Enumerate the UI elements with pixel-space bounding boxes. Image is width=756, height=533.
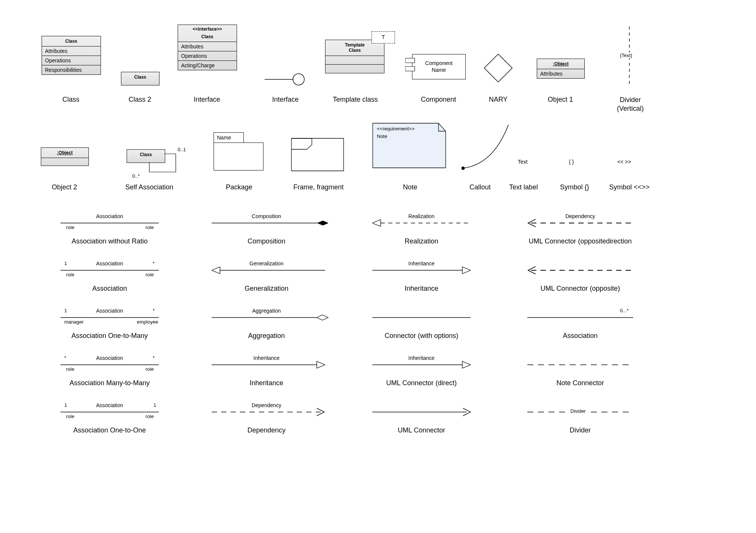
r-3r: role — [146, 366, 154, 372]
interface-stereo: <<interface>> — [178, 25, 237, 32]
conn-dir-lbl: Inheritance — [372, 355, 471, 361]
object2-shape[interactable]: :Object — [41, 147, 89, 166]
r-2r: employee — [137, 319, 158, 325]
note-body: Note — [377, 133, 387, 139]
m-2r: * — [153, 308, 155, 313]
caption-interface: Interface — [178, 96, 236, 104]
caption-conn-direct: UML Connector (direct) — [363, 379, 480, 387]
m-3l: * — [64, 355, 66, 361]
conn-uml[interactable] — [372, 406, 471, 418]
caption-one-many: Association One-to-Many — [53, 332, 166, 340]
r-2l: manager — [64, 319, 84, 325]
conn-opp-dir-lbl: Dependency — [527, 213, 633, 219]
caption-note-conn: Note Connector — [527, 379, 633, 387]
interface-acting: Acting/Charge — [178, 61, 237, 70]
svg-marker-23 — [317, 315, 328, 320]
conn-inh-d-lbl: Inheritance — [212, 355, 321, 361]
caption-inheritance: Inheritance — [369, 285, 474, 293]
caption-textlabel: Text label — [505, 183, 542, 191]
r-4r: role — [146, 414, 154, 419]
nary-shape[interactable] — [483, 53, 513, 83]
caption-nary: NARY — [479, 96, 517, 104]
svg-point-8 — [462, 167, 465, 170]
class-operations: Operations — [42, 56, 101, 65]
caption-aggregation: Aggregation — [210, 332, 323, 340]
conn-realization-lbl: Realization — [372, 213, 471, 219]
interface-title: Class — [178, 32, 237, 42]
package-tab: Name — [214, 132, 244, 143]
object2-title: :Object — [41, 148, 88, 158]
svg-rect-3 — [405, 67, 415, 71]
caption-object1: Object 1 — [533, 96, 588, 104]
conn-inh-b-lbl: Inheritance — [372, 260, 471, 266]
caption-template: Template class — [323, 96, 387, 104]
svg-point-1 — [293, 74, 304, 85]
svg-marker-16 — [212, 267, 220, 274]
caption-generalization: Generalization — [210, 285, 323, 293]
class2-shape[interactable]: Class — [121, 72, 160, 85]
caption-one-one: Association One-to-One — [53, 426, 166, 434]
component-name: Component Name — [412, 60, 465, 73]
caption-divider: Divider — [527, 426, 633, 434]
conn-assoc-lbl: Association — [60, 260, 159, 266]
caption-uml-conn: UML Connector — [369, 426, 474, 434]
object1-shape[interactable]: :Object Attributes — [537, 59, 585, 79]
conn-dep-lbl: Dependency — [212, 402, 321, 408]
conn-1m-lbl: Association — [60, 308, 159, 314]
caption-dependency: Dependency — [210, 426, 323, 434]
callout-shape[interactable] — [459, 123, 512, 170]
caption-angles: Symbol <<>> — [605, 183, 654, 191]
caption-conn-opts: Connector (with options) — [363, 332, 480, 340]
caption-realization: Realization — [369, 237, 474, 245]
conn-opposite[interactable] — [527, 265, 633, 276]
caption-braces: Symbol {} — [554, 183, 595, 191]
caption-many-many: Association Many-to-Many — [53, 379, 166, 387]
textlabel-shape[interactable]: Text — [518, 159, 528, 165]
svg-rect-2 — [405, 58, 415, 63]
caption-class2: Class 2 — [115, 96, 164, 104]
caption-composition: Composition — [210, 237, 323, 245]
svg-marker-19 — [462, 267, 471, 274]
object1-title: :Object — [537, 59, 584, 69]
selfassoc-bot-mult: 0..* — [132, 173, 140, 179]
svg-marker-11 — [318, 221, 328, 225]
conn-note[interactable] — [527, 359, 633, 370]
conn-agg-lbl: Aggregation — [212, 308, 321, 314]
interface-shape[interactable]: <<interface>> Class Attributes Operation… — [178, 25, 237, 70]
caption-interface2: Interface — [261, 96, 310, 104]
class2-title: Class — [121, 72, 159, 82]
m-assoc2: 0...* — [620, 308, 629, 313]
caption-assoc-noratio: Association without Ratio — [51, 237, 168, 245]
symbol-braces-shape[interactable]: { } — [569, 159, 574, 165]
class-responsibilities: Responsibilities — [42, 65, 101, 74]
svg-marker-30 — [462, 361, 471, 368]
caption-callout: Callout — [457, 183, 503, 191]
class-shape[interactable]: Class Attributes Operations Responsibili… — [42, 36, 101, 75]
interface-lollipop-shape[interactable] — [265, 72, 306, 87]
caption-component: Component — [406, 96, 471, 104]
conn-options[interactable] — [372, 312, 471, 323]
r-1l: role — [66, 272, 74, 277]
conn-composition-lbl: Composition — [212, 213, 321, 219]
m-1r: * — [153, 260, 155, 266]
svg-marker-28 — [317, 361, 325, 368]
conn-divider-lbl: Divider — [569, 408, 587, 414]
selfassoc-loop — [127, 149, 183, 176]
frame-shape[interactable] — [291, 138, 344, 171]
m-1l: 1 — [64, 260, 67, 266]
caption-frame: Frame, fragment — [285, 183, 352, 191]
caption-divider-v: Divider (Vertical) — [609, 96, 652, 113]
symbol-angles-shape[interactable]: << >> — [617, 159, 631, 165]
divider-text: {Text} — [620, 53, 632, 58]
template-shape[interactable]: Template Class T — [325, 40, 384, 73]
interface-attr: Attributes — [178, 42, 237, 51]
svg-marker-4 — [484, 54, 512, 82]
template-param: T — [372, 31, 395, 43]
conn-role-l1: role — [66, 225, 74, 230]
component-shape[interactable]: Component Name — [412, 54, 466, 79]
object1-attr: Attributes — [537, 69, 584, 78]
caption-association2: Association — [527, 332, 633, 340]
m-4l: 1 — [64, 402, 67, 408]
conn-association2[interactable] — [527, 312, 633, 323]
package-shape[interactable]: Name — [214, 132, 263, 170]
